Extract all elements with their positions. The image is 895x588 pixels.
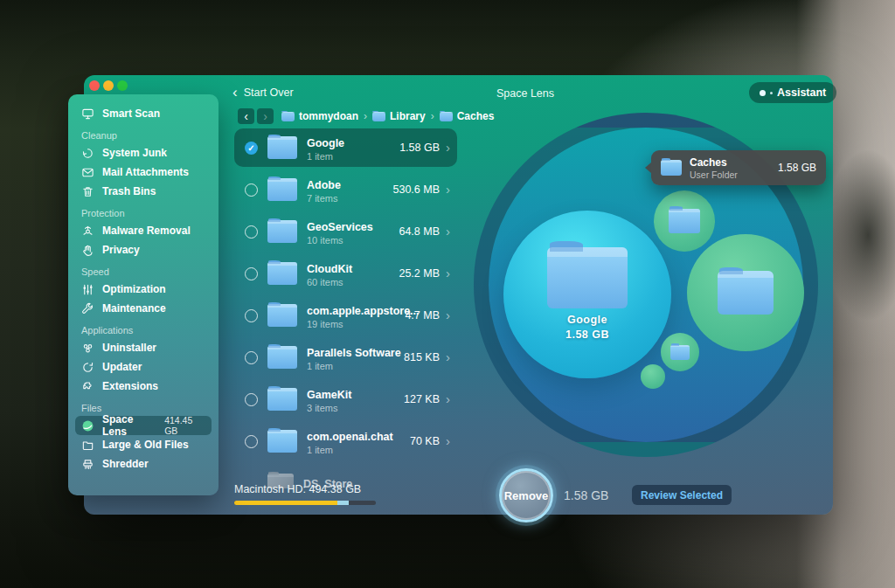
breadcrumb-item-home[interactable]: tommydoan bbox=[281, 110, 358, 122]
file-size: 64.8 MB bbox=[399, 225, 440, 238]
file-size: 815 KB bbox=[404, 351, 440, 363]
file-name: CloudKit bbox=[307, 263, 352, 275]
chevron-right-icon[interactable]: › bbox=[446, 225, 450, 238]
folder-icon bbox=[267, 136, 297, 159]
chevron-right-icon[interactable]: › bbox=[446, 350, 450, 363]
shredder-icon bbox=[81, 458, 94, 471]
sidebar-item-space-lens[interactable]: Space Lens 414.45 GB bbox=[75, 416, 212, 435]
nav-back-button[interactable]: ‹ bbox=[238, 108, 254, 124]
sidebar-item-extensions[interactable]: Extensions bbox=[75, 377, 212, 396]
folder-icon bbox=[267, 346, 297, 369]
assistant-button[interactable]: Assistant bbox=[749, 82, 836, 103]
bubble-folder-top[interactable] bbox=[654, 190, 715, 252]
disk-usage-bar bbox=[234, 501, 376, 505]
sidebar-item-large-old-files[interactable]: Large & Old Files bbox=[75, 435, 212, 454]
chevron-right-icon[interactable]: › bbox=[446, 308, 450, 322]
file-row-parallels[interactable]: Parallels Software1 item 815 KB› bbox=[234, 338, 457, 377]
chevron-right-icon[interactable]: › bbox=[446, 141, 450, 154]
sidebar-item-label: System Junk bbox=[102, 147, 167, 159]
file-row-cloudkit[interactable]: CloudKit60 items 25.2 MB› bbox=[234, 254, 457, 293]
assistant-label: Assistant bbox=[777, 86, 826, 99]
sidebar-item-uninstaller[interactable]: Uninstaller bbox=[75, 338, 212, 357]
file-count: 3 items bbox=[307, 403, 394, 413]
checkbox[interactable] bbox=[245, 309, 258, 322]
sidebar-item-maintenance[interactable]: Maintenance bbox=[75, 299, 212, 318]
minimize-window-button[interactable] bbox=[103, 80, 114, 91]
file-size: 530.6 MB bbox=[392, 183, 440, 196]
chevron-right-icon[interactable]: › bbox=[446, 392, 450, 405]
checkbox[interactable] bbox=[245, 225, 258, 239]
file-size: 70 KB bbox=[410, 435, 440, 447]
checkbox[interactable] bbox=[245, 267, 258, 280]
bubble-folder-right[interactable] bbox=[687, 234, 804, 351]
remove-button[interactable]: Remove bbox=[499, 468, 553, 522]
file-row-appstore[interactable]: com.apple.appstore...19 items 4.7 MB› bbox=[234, 296, 457, 335]
zoom-window-button[interactable] bbox=[117, 80, 128, 91]
sidebar-item-mail-attachments[interactable]: Mail Attachments bbox=[75, 163, 212, 182]
sidebar-item-privacy[interactable]: Privacy bbox=[75, 240, 212, 259]
sidebar-item-label: Shredder bbox=[102, 458, 149, 470]
file-count: 1 item bbox=[307, 151, 390, 162]
folder-icon bbox=[267, 262, 297, 285]
sidebar-item-shredder[interactable]: Shredder bbox=[75, 454, 212, 474]
file-row-openai[interactable]: com.openai.chat1 item 70 KB› bbox=[234, 422, 457, 460]
chevron-right-icon[interactable]: › bbox=[446, 183, 450, 196]
file-row-adobe[interactable]: Adobe7 items 530.6 MB› bbox=[234, 170, 457, 209]
checkbox[interactable] bbox=[245, 351, 258, 364]
breadcrumb: tommydoan › Library › Caches bbox=[281, 108, 494, 124]
system-junk-icon bbox=[81, 147, 94, 160]
start-over-button[interactable]: ‹ Start Over bbox=[232, 86, 294, 99]
sidebar-item-smart-scan[interactable]: Smart Scan bbox=[75, 104, 212, 123]
sidebar-item-updater[interactable]: Updater bbox=[75, 357, 212, 377]
bubble-folder-tiny[interactable] bbox=[641, 364, 665, 389]
sidebar-item-trash-bins[interactable]: Trash Bins bbox=[75, 182, 212, 201]
sidebar-item-label: Uninstaller bbox=[102, 342, 156, 354]
page-title: Space Lens bbox=[460, 87, 591, 100]
breadcrumb-separator: › bbox=[431, 110, 434, 122]
chevron-right-icon[interactable]: › bbox=[446, 266, 450, 280]
sidebar-item-system-junk[interactable]: System Junk bbox=[75, 143, 212, 163]
sidebar-item-malware-removal[interactable]: Malware Removal bbox=[75, 221, 212, 240]
file-row-gamekit[interactable]: GameKit3 items 127 KB› bbox=[234, 380, 457, 419]
sidebar: Smart Scan Cleanup System Junk Mail Atta… bbox=[68, 94, 219, 495]
checkbox[interactable] bbox=[245, 435, 258, 448]
breadcrumb-item-library[interactable]: Library bbox=[372, 110, 426, 122]
close-window-button[interactable] bbox=[89, 80, 100, 91]
checkbox[interactable] bbox=[245, 393, 258, 406]
monitor-icon bbox=[81, 107, 94, 121]
file-name: com.openai.chat bbox=[307, 431, 393, 443]
breadcrumb-item-caches[interactable]: Caches bbox=[440, 110, 495, 122]
file-name: Google bbox=[307, 137, 344, 149]
sidebar-item-label: Maintenance bbox=[102, 302, 166, 315]
hand-icon bbox=[81, 244, 94, 257]
folder-icon bbox=[267, 220, 297, 243]
sidebar-item-label: Malware Removal bbox=[102, 225, 191, 237]
home-folder-icon bbox=[281, 112, 295, 121]
file-row-google[interactable]: ✓ Google1 item 1.58 GB› bbox=[234, 128, 457, 167]
caches-tooltip: Caches User Folder 1.58 GB bbox=[651, 150, 826, 185]
breadcrumb-label: tommydoan bbox=[299, 110, 358, 122]
folder-icon bbox=[669, 209, 700, 233]
sidebar-section-cleanup: Cleanup bbox=[81, 130, 212, 141]
checkbox[interactable] bbox=[245, 183, 258, 197]
file-name: Parallels Software bbox=[307, 347, 401, 359]
breadcrumb-label: Caches bbox=[457, 110, 495, 122]
sidebar-item-label: Large & Old Files bbox=[102, 439, 189, 451]
chevron-right-icon[interactable]: › bbox=[446, 434, 450, 447]
bubble-google[interactable]: Google1.58 GB bbox=[503, 211, 671, 378]
review-selected-button[interactable]: Review Selected bbox=[632, 485, 732, 505]
file-size: 4.7 MB bbox=[405, 309, 440, 322]
sidebar-item-label: Extensions bbox=[102, 380, 158, 392]
sidebar-item-optimization[interactable]: Optimization bbox=[75, 280, 212, 299]
file-row-geoservices[interactable]: GeoServices10 items 64.8 MB› bbox=[234, 212, 457, 251]
sidebar-item-label: Privacy bbox=[102, 244, 140, 256]
checkbox-checked[interactable]: ✓ bbox=[245, 142, 258, 155]
file-count: 1 item bbox=[307, 361, 394, 371]
selected-size-label: 1.58 GB bbox=[564, 488, 608, 502]
start-over-label: Start Over bbox=[244, 86, 294, 99]
sidebar-section-speed: Speed bbox=[81, 266, 212, 277]
assistant-small-dot-icon bbox=[770, 92, 773, 94]
bubble-folder-small[interactable] bbox=[661, 333, 699, 371]
nav-forward-button[interactable]: › bbox=[257, 108, 274, 124]
file-size: 1.58 GB bbox=[399, 142, 440, 154]
